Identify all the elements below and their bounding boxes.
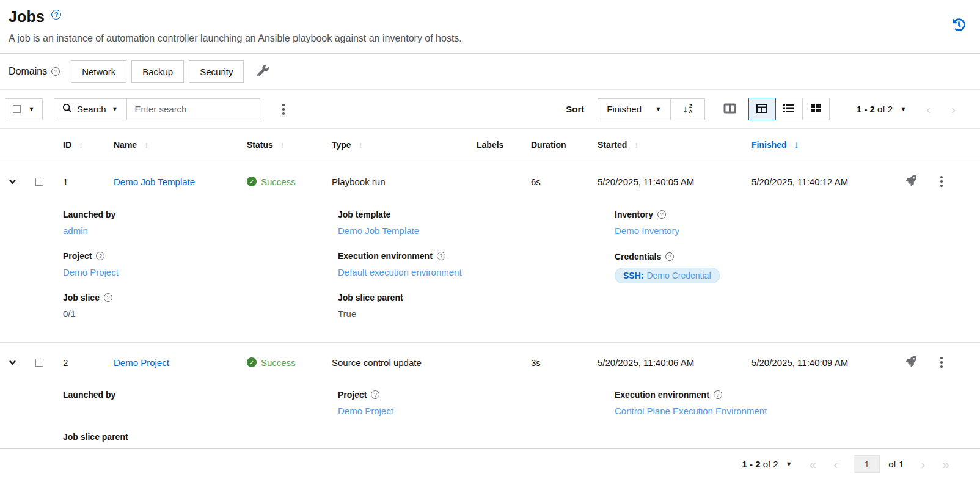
manage-domains-button[interactable] (257, 65, 269, 78)
search-icon (63, 104, 71, 115)
column-header-labels: Labels (472, 140, 526, 150)
chevron-down-icon (9, 358, 16, 367)
relaunch-button[interactable] (906, 175, 916, 188)
pagination-range-numbers: 1 - 2 (742, 459, 760, 469)
detail-label: Project (63, 251, 92, 261)
sort-descending-icon: ↓ (683, 104, 688, 115)
details-column-2: Job template Demo Job Template Execution… (338, 210, 615, 342)
sort-both-icon: ↕ (79, 140, 83, 150)
search-type-dropdown[interactable]: Search ▼ (54, 99, 127, 120)
launched-by-link[interactable]: admin (63, 225, 88, 236)
row-checkbox[interactable] (35, 359, 43, 367)
row-expander-button[interactable] (0, 358, 27, 367)
execution-environment-link[interactable]: Control Plane Execution Environment (615, 406, 767, 416)
next-page-button[interactable]: › (921, 458, 925, 470)
columns-icon (723, 103, 736, 115)
success-check-icon: ✓ (247, 177, 257, 186)
prev-page-button[interactable]: ‹ (833, 458, 838, 470)
detail-label: Job template (338, 210, 615, 219)
detail-label: Inventory (615, 210, 653, 219)
execution-environment-link[interactable]: Default execution environment (338, 267, 462, 277)
column-header-id[interactable]: ID↕ (55, 140, 109, 150)
status-text: Success (261, 177, 296, 187)
chevron-down-icon: ▼ (900, 106, 907, 112)
column-header-status-label: Status (247, 140, 273, 150)
details-column-1: Launched by Job slice parent (63, 390, 338, 448)
domains-help-icon[interactable]: ? (51, 67, 60, 76)
job-duration: 3s (526, 357, 593, 368)
job-finished: 5/20/2025, 11:40:09 AM (747, 357, 901, 368)
table-view-button[interactable] (748, 98, 776, 120)
bulk-select-dropdown[interactable]: ▼ (5, 98, 43, 120)
credentials-help-icon[interactable]: ? (665, 252, 674, 261)
column-header-finished[interactable]: Finished↓ (747, 139, 901, 150)
row-kebab-menu[interactable] (937, 172, 946, 191)
project-link[interactable]: Demo Project (63, 267, 119, 277)
search-type-label: Search (77, 104, 106, 114)
first-page-button[interactable]: « (810, 458, 817, 470)
bulk-select-checkbox[interactable] (13, 105, 21, 113)
execution-environment-help-icon[interactable]: ? (714, 390, 722, 399)
search-filter-group: Search ▼ (54, 98, 260, 120)
domain-button-backup[interactable]: Backup (131, 60, 184, 83)
next-page-button[interactable]: › (951, 103, 956, 115)
sort-both-icon: ↕ (280, 140, 285, 150)
inventory-link[interactable]: Demo Inventory (615, 225, 679, 236)
refresh-history-button[interactable] (953, 18, 965, 33)
detail-label: Launched by (63, 210, 338, 219)
prev-page-button[interactable]: ‹ (926, 103, 931, 115)
pagination-bottom-dropdown[interactable]: 1 - 2 of 2 ▼ (742, 459, 792, 469)
manage-columns-button[interactable] (723, 103, 736, 115)
credential-chip[interactable]: SSH: Demo Credential (615, 268, 720, 283)
job-started: 5/20/2025, 11:40:05 AM (593, 177, 747, 187)
detail-label: Execution environment (338, 251, 433, 261)
jobs-help-icon[interactable]: ? (51, 10, 61, 20)
domains-label-text: Domains (9, 66, 47, 77)
sort-order-button[interactable]: ↓ ZA (671, 99, 704, 120)
last-page-button[interactable]: » (942, 458, 949, 470)
row-checkbox[interactable] (35, 178, 43, 186)
domain-button-network[interactable]: Network (71, 60, 126, 83)
toolbar-kebab-menu[interactable] (279, 100, 288, 119)
detail-label: Job slice parent (63, 432, 338, 442)
project-help-icon[interactable]: ? (371, 390, 379, 399)
job-name-link[interactable]: Demo Project (114, 357, 169, 368)
column-header-status[interactable]: Status↕ (242, 140, 327, 150)
sort-descending-icon: ↓ (794, 139, 799, 150)
list-view-button[interactable] (775, 98, 803, 120)
job-type: Playbook run (327, 177, 472, 187)
credential-chip-name: Demo Credential (646, 271, 711, 280)
job-name-link[interactable]: Demo Job Template (114, 177, 195, 187)
domain-button-security[interactable]: Security (189, 60, 244, 83)
job-duration: 6s (526, 177, 593, 187)
job-id: 2 (55, 357, 109, 368)
job-slice-help-icon[interactable]: ? (104, 293, 112, 302)
column-header-type[interactable]: Type↕ (327, 140, 472, 150)
row-details: Launched by Job slice parent Project? De… (0, 382, 980, 448)
column-header-started[interactable]: Started↕ (593, 140, 747, 150)
job-type: Source control update (327, 357, 472, 368)
column-header-labels-label: Labels (477, 140, 503, 150)
rocket-icon (906, 175, 916, 188)
chevron-down-icon: ▼ (112, 106, 119, 112)
relaunch-button[interactable] (906, 356, 916, 368)
search-input[interactable] (127, 99, 260, 120)
project-help-icon[interactable]: ? (96, 252, 104, 260)
pagination-top-dropdown[interactable]: 1 - 2 of 2 ▼ (857, 104, 907, 114)
success-check-icon: ✓ (247, 357, 257, 367)
row-kebab-menu[interactable] (937, 353, 946, 371)
column-header-name[interactable]: Name↕ (109, 140, 242, 150)
rocket-icon (906, 356, 916, 368)
sort-field-dropdown[interactable]: Finished ▼ (598, 99, 671, 120)
sort-field-value: Finished (607, 104, 642, 114)
pagination-nav: « ‹ of 1 › » (792, 455, 949, 473)
gallery-view-button[interactable] (802, 98, 830, 120)
project-link[interactable]: Demo Project (338, 406, 393, 416)
row-expander-button[interactable] (0, 177, 27, 186)
job-slice-parent-value: True (338, 309, 615, 319)
current-page-input[interactable] (854, 455, 880, 473)
sort-both-icon: ↕ (359, 140, 363, 150)
job-template-link[interactable]: Demo Job Template (338, 225, 419, 236)
execution-environment-help-icon[interactable]: ? (437, 252, 445, 260)
inventory-help-icon[interactable]: ? (657, 210, 666, 219)
